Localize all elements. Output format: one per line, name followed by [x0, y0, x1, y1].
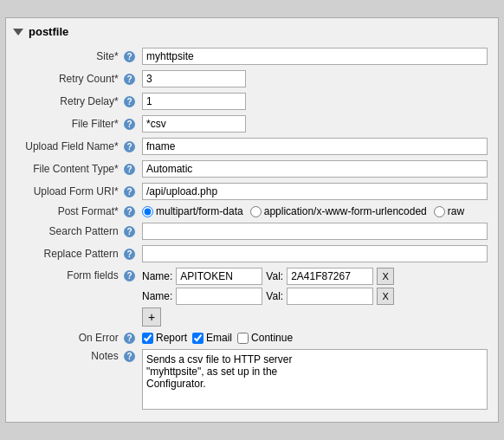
upload-field-name-row: Upload Field Name* ? — [13, 135, 491, 158]
name-label-1: Name: — [142, 270, 172, 282]
upload-form-uri-input[interactable] — [142, 183, 488, 200]
retry-count-help-icon[interactable]: ? — [124, 74, 135, 85]
post-format-label: Post Format* — [58, 205, 119, 217]
on-error-row: On Error ? Report Email Continue — [13, 329, 491, 346]
on-error-checkbox-group: Report Email Continue — [142, 332, 488, 344]
form-field-1-name-input[interactable] — [176, 268, 262, 285]
upload-form-uri-row: Upload Form URI* ? — [13, 180, 491, 203]
retry-count-label: Retry Count* — [59, 73, 119, 85]
file-content-type-help-icon[interactable]: ? — [124, 164, 135, 175]
site-input[interactable] — [142, 48, 488, 65]
on-error-email-checkbox[interactable] — [192, 333, 204, 344]
on-error-report-label[interactable]: Report — [142, 332, 187, 344]
radio-multipart-text: multipart/form-data — [156, 205, 243, 217]
on-error-email-text: Email — [206, 332, 232, 344]
radio-raw-label[interactable]: raw — [434, 205, 464, 217]
search-pattern-row: Search Pattern ? — [13, 220, 491, 243]
site-label: Site* — [96, 50, 118, 62]
site-row: Site* ? — [13, 45, 491, 68]
panel-title: postfile — [29, 25, 68, 38]
file-content-type-row: File Content Type* ? — [13, 158, 491, 180]
radio-urlencoded-text: application/x-www-form-urlencoded — [264, 205, 427, 217]
on-error-continue-checkbox[interactable] — [237, 333, 249, 344]
on-error-continue-text: Continue — [251, 332, 293, 344]
form-field-2-val-input[interactable] — [287, 288, 373, 305]
notes-label: Notes — [91, 350, 118, 362]
radio-multipart-label[interactable]: multipart/form-data — [142, 205, 243, 217]
upload-form-uri-help-icon[interactable]: ? — [124, 186, 135, 197]
file-filter-row: File Filter* ? — [13, 113, 491, 135]
on-error-help-icon[interactable]: ? — [124, 333, 135, 344]
notes-help-icon[interactable]: ? — [124, 351, 135, 362]
form-field-row-1: Name: Val: X — [142, 268, 488, 285]
file-content-type-input[interactable] — [142, 160, 488, 178]
form-fields-row: Form fields ? Name: Val: X Name: Val: X — [13, 265, 491, 329]
replace-pattern-help-icon[interactable]: ? — [124, 249, 135, 260]
radio-urlencoded[interactable] — [250, 206, 262, 217]
collapse-icon[interactable] — [13, 29, 23, 36]
form-table: Site* ? Retry Count* ? Retry Delay* ? — [13, 45, 491, 415]
file-filter-help-icon[interactable]: ? — [124, 119, 135, 130]
on-error-continue-label[interactable]: Continue — [237, 332, 293, 344]
file-filter-label: File Filter* — [72, 118, 119, 130]
radio-multipart[interactable] — [142, 206, 153, 217]
postfile-panel: postfile Site* ? Retry Count* ? Retry De… — [5, 17, 499, 423]
upload-field-name-label: Upload Field Name* — [25, 140, 118, 152]
form-field-2-remove-button[interactable]: X — [377, 288, 394, 305]
upload-form-uri-label: Upload Form URI* — [34, 185, 119, 197]
form-field-1-remove-button[interactable]: X — [377, 268, 394, 285]
radio-urlencoded-label[interactable]: application/x-www-form-urlencoded — [250, 205, 427, 217]
file-content-type-label: File Content Type* — [33, 163, 119, 175]
site-help-icon[interactable]: ? — [124, 51, 135, 62]
on-error-label: On Error — [79, 332, 119, 344]
notes-textarea[interactable] — [142, 349, 488, 410]
upload-field-name-help-icon[interactable]: ? — [124, 141, 135, 152]
post-format-row: Post Format* ? multipart/form-data appli… — [13, 203, 491, 220]
replace-pattern-label: Replace Pattern — [44, 248, 119, 260]
search-pattern-input[interactable] — [142, 223, 488, 240]
form-fields-label: Form fields — [67, 269, 118, 281]
panel-header: postfile — [13, 25, 491, 38]
replace-pattern-row: Replace Pattern ? — [13, 243, 491, 265]
retry-delay-input[interactable] — [142, 93, 246, 110]
retry-delay-label: Retry Delay* — [60, 95, 118, 107]
on-error-report-text: Report — [156, 332, 187, 344]
on-error-report-checkbox[interactable] — [142, 333, 153, 344]
retry-count-input[interactable] — [142, 70, 246, 87]
on-error-email-label[interactable]: Email — [192, 332, 232, 344]
val-label-2: Val: — [266, 290, 283, 302]
radio-raw[interactable] — [434, 206, 445, 217]
add-form-field-button[interactable]: + — [142, 307, 161, 327]
post-format-radio-group: multipart/form-data application/x-www-fo… — [142, 205, 488, 217]
form-field-row-2: Name: Val: X — [142, 288, 488, 305]
upload-field-name-input[interactable] — [142, 138, 488, 155]
replace-pattern-input[interactable] — [142, 245, 488, 262]
file-filter-input[interactable] — [142, 115, 246, 133]
search-pattern-help-icon[interactable]: ? — [124, 226, 135, 237]
post-format-help-icon[interactable]: ? — [124, 206, 135, 217]
retry-delay-row: Retry Delay* ? — [13, 90, 491, 113]
radio-raw-text: raw — [448, 205, 464, 217]
form-field-2-name-input[interactable] — [176, 288, 262, 305]
name-label-2: Name: — [142, 290, 172, 302]
form-fields-help-icon[interactable]: ? — [124, 270, 135, 281]
retry-count-row: Retry Count* ? — [13, 68, 491, 90]
search-pattern-label: Search Pattern — [49, 225, 119, 237]
val-label-1: Val: — [266, 270, 283, 282]
form-field-1-val-input[interactable] — [287, 268, 373, 285]
retry-delay-help-icon[interactable]: ? — [124, 96, 135, 107]
notes-row: Notes ? — [13, 346, 491, 415]
